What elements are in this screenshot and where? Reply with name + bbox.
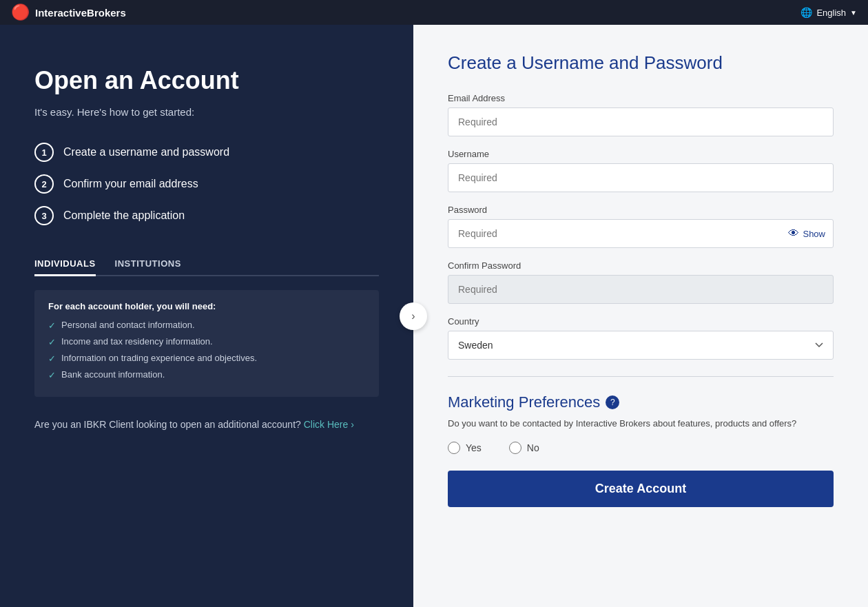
marketing-radio-group: Yes No xyxy=(448,442,834,454)
confirm-password-input[interactable] xyxy=(448,275,834,304)
username-group: Username xyxy=(448,149,834,192)
requirements-title: For each account holder, you will need: xyxy=(48,301,365,311)
marketing-title: Marketing Preferences ? xyxy=(448,393,834,411)
page-subtitle: It's easy. Here's how to get started: xyxy=(34,106,379,118)
email-group: Email Address xyxy=(448,93,834,136)
account-type-tabs: INDIVIDUALS INSTITUTIONS xyxy=(34,253,379,276)
country-label: Country xyxy=(448,316,834,327)
eye-icon: 👁 xyxy=(788,227,799,240)
no-label: No xyxy=(527,442,539,453)
confirm-password-label: Confirm Password xyxy=(448,260,834,271)
check-icon-4: ✓ xyxy=(48,370,56,380)
chevron-down-icon: ▼ xyxy=(850,9,857,17)
req-label-4: Bank account information. xyxy=(61,369,165,380)
check-icon-1: ✓ xyxy=(48,320,56,331)
left-panel: Open an Account It's easy. Here's how to… xyxy=(0,25,413,607)
brand-bold: Interactive xyxy=(35,7,87,19)
radio-yes[interactable] xyxy=(448,442,460,454)
yes-label: Yes xyxy=(466,442,482,453)
req-label-3: Information on trading experience and ob… xyxy=(61,353,257,363)
password-label: Password xyxy=(448,205,834,215)
requirements-section: For each account holder, you will need: … xyxy=(34,290,379,397)
req-item-3: ✓ Information on trading experience and … xyxy=(48,353,365,364)
navbar: 🔴 InteractiveBrokers 🌐 English ▼ xyxy=(0,0,868,25)
radio-yes-label[interactable]: Yes xyxy=(448,442,482,454)
check-icon-2: ✓ xyxy=(48,337,56,347)
tab-institutions[interactable]: INSTITUTIONS xyxy=(115,253,181,276)
ib-flame-icon: 🔴 xyxy=(11,5,30,20)
click-here-link[interactable]: Click Here › xyxy=(304,419,354,430)
check-icon-3: ✓ xyxy=(48,353,56,364)
req-item-1: ✓ Personal and contact information. xyxy=(48,320,365,331)
marketing-description: Do you want to be contacted by Interacti… xyxy=(448,417,834,431)
password-input[interactable] xyxy=(448,219,834,248)
steps-list: 1 Create a username and password 2 Confi… xyxy=(34,143,379,225)
page-heading: Open an Account xyxy=(34,66,379,95)
country-select[interactable]: Sweden xyxy=(448,331,834,360)
brand-logo: 🔴 InteractiveBrokers xyxy=(11,5,126,20)
username-input[interactable] xyxy=(448,163,834,192)
step-item-2: 2 Confirm your email address xyxy=(34,174,379,194)
right-panel: Create a Username and Password Email Add… xyxy=(413,25,868,607)
step-label-3: Complete the application xyxy=(63,209,185,222)
country-group: Country Sweden xyxy=(448,316,834,360)
password-wrapper: 👁 Show xyxy=(448,219,834,248)
main-content: Open an Account It's easy. Here's how to… xyxy=(0,25,868,607)
step-label-2: Confirm your email address xyxy=(63,178,198,190)
globe-icon: 🌐 xyxy=(800,7,812,18)
language-selector[interactable]: 🌐 English ▼ xyxy=(800,7,857,18)
radio-no[interactable] xyxy=(509,442,521,454)
additional-accounts-text: Are you an IBKR Client looking to open a… xyxy=(34,419,301,430)
req-label-1: Personal and contact information. xyxy=(61,320,195,330)
password-group: Password 👁 Show xyxy=(448,205,834,248)
req-label-2: Income and tax residency information. xyxy=(61,336,213,347)
form-title: Create a Username and Password xyxy=(448,52,834,74)
brand-regular: Brokers xyxy=(87,7,126,19)
step-circle-3: 3 xyxy=(34,206,54,225)
step-label-1: Create a username and password xyxy=(63,146,229,158)
step-item-1: 1 Create a username and password xyxy=(34,143,379,162)
show-password-button[interactable]: 👁 Show xyxy=(788,227,825,240)
tab-individuals[interactable]: INDIVIDUALS xyxy=(34,253,96,276)
create-account-button[interactable]: Create Account xyxy=(448,471,834,507)
form-divider xyxy=(448,376,834,377)
show-label: Show xyxy=(803,229,825,239)
additional-accounts-section: Are you an IBKR Client looking to open a… xyxy=(34,418,379,432)
brand-name: InteractiveBrokers xyxy=(35,7,126,19)
chevron-right-icon: › xyxy=(411,310,415,322)
marketing-preferences-section: Marketing Preferences ? Do you want to b… xyxy=(448,393,834,454)
step-circle-2: 2 xyxy=(34,174,54,194)
email-label: Email Address xyxy=(448,93,834,103)
req-item-2: ✓ Income and tax residency information. xyxy=(48,336,365,347)
panel-divider-arrow[interactable]: › xyxy=(400,302,427,330)
username-label: Username xyxy=(448,149,834,159)
email-input[interactable] xyxy=(448,107,834,136)
radio-no-label[interactable]: No xyxy=(509,442,539,454)
confirm-password-group: Confirm Password xyxy=(448,260,834,304)
language-label: English xyxy=(816,8,846,18)
step-circle-1: 1 xyxy=(34,143,54,162)
help-icon[interactable]: ? xyxy=(606,395,619,409)
req-item-4: ✓ Bank account information. xyxy=(48,369,365,380)
step-item-3: 3 Complete the application xyxy=(34,206,379,225)
